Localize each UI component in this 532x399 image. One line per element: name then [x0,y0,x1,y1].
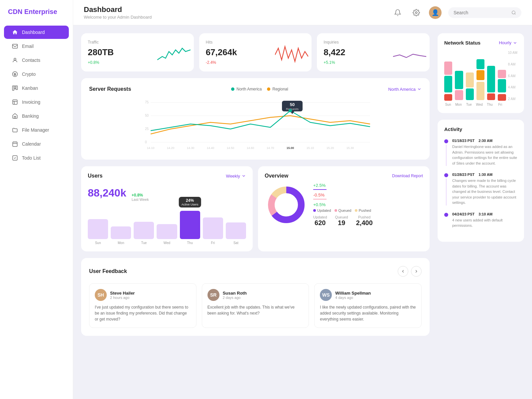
bar-label-sat: Sat [233,241,238,245]
main-content: Dashboard Welcome to your Admin Dashboar… [73,0,532,399]
feedback-name-1: Susan Roth [223,291,247,296]
bar-labels: Sun Mon Tue Wed Thu Fri Sat [88,241,246,245]
network-bar-wed [476,59,484,101]
feedback-user-0: SH Steve Hailer 2 hours ago [95,289,191,301]
svg-text:14.50: 14.50 [227,146,234,150]
search-icon [511,10,516,15]
sidebar-item-email[interactable]: Email [4,40,69,53]
network-filter-dropdown[interactable]: Hourly [499,40,517,45]
svg-text:15.20: 15.20 [327,146,334,150]
bar-wed [157,224,177,239]
bar-sat [226,222,246,239]
network-day-labels: Sun Mon Tue Wed Thu Fri [444,103,517,106]
kanban-icon [12,85,18,91]
users-card: Users Weekly 88,240k +0.8% Last Week [81,166,253,251]
activity-card: Activity 01/18/23 PST 2:30 AM Daniel Her… [438,120,524,242]
feedback-user-2: WS William Spellman 4 days ago [320,289,416,301]
bar-tooltip: 24% Active Users [179,197,201,207]
bar-label-wed: Wed [164,241,170,245]
overview-content: +2.5% -0.5% +0.5% Updated [265,183,423,227]
activity-text-1: Changes were made to the billing cycle d… [452,178,517,205]
feedback-text-1: Excellent job with the updates. This is … [207,304,304,316]
net-day-mon: Mon [455,103,462,106]
dashboard-right: Network Status Hourly [438,33,524,391]
sidebar-item-invoicing[interactable]: Invoicing [4,95,69,109]
sidebar-item-dashboard[interactable]: Dashboard [4,26,69,39]
feedback-avatar-2: WS [320,289,332,301]
contacts-icon [12,57,18,63]
donut-chart [265,183,308,226]
svg-rect-8 [13,142,17,147]
email-icon [12,43,18,49]
users-value: 88,240k [88,187,126,199]
time-label-4am: 4 AM [508,85,517,89]
sidebar-item-kanban[interactable]: Kanban [4,81,69,95]
bar-mon [111,226,131,239]
network-bar-mon [455,71,463,101]
time-label-8am: 8 AM [508,63,517,66]
dashboard-body: Traffic 280TB +0.8% Hits 67,264k -2.4% [73,25,532,399]
net-day-sun: Sun [444,103,452,106]
overview-legend: Updated Queued Pushed [313,208,423,212]
overview-change-2: -0.5% [313,193,423,198]
bar-label-mon: Mon [118,241,124,245]
net-day-wed: Wed [475,103,483,106]
activity-title: Activity [444,126,517,132]
notification-button[interactable] [392,7,404,19]
activity-item-0: 01/18/23 PST 2:30 AM Daniel Herringbone … [444,139,517,166]
legend-regional: Regional [267,87,288,91]
activity-dot-2 [444,213,448,217]
net-day-fri: Fri [496,103,504,106]
avatar[interactable]: 👤 [429,6,442,19]
activity-time-2: 3:10 AM [478,212,492,216]
gear-icon [413,9,420,16]
legend-updated: Updated [313,208,331,212]
search-input[interactable] [454,10,509,15]
net-day-thu: Thu [486,103,493,106]
users-change-label: Last Week [132,198,149,201]
download-report-button[interactable]: Download Report [392,174,423,178]
prev-arrow[interactable] [398,266,408,277]
sidebar-item-todo[interactable]: Todo List [4,151,69,165]
sidebar-item-file-manager[interactable]: File Manager [4,123,69,137]
svg-point-1 [14,58,16,60]
sidebar-item-crypto[interactable]: Crypto [4,67,69,81]
svg-rect-4 [14,86,16,89]
sidebar-item-banking[interactable]: Banking [4,109,69,123]
server-requests-title: Server Requests [89,86,131,92]
activity-text-2: 4 new users added with default permissio… [452,217,517,228]
sidebar-item-calendar[interactable]: Calendar [4,137,69,151]
overview-header: Overview Download Report [265,173,423,179]
todo-icon [12,155,18,161]
settings-button[interactable] [410,7,422,19]
server-requests-header: Server Requests North America Regional N… [89,86,422,92]
svg-text:15.30: 15.30 [346,146,354,150]
bottom-sections: Users Weekly 88,240k +0.8% Last Week [81,166,430,251]
activity-dot-1 [444,173,448,177]
feedback-time-1: 2 days ago [223,296,247,300]
svg-text:0: 0 [145,140,147,144]
next-arrow[interactable] [411,266,422,277]
feedback-header: User Feedback [89,266,422,277]
svg-rect-0 [13,44,18,48]
network-bar-sun [444,62,452,101]
users-dropdown[interactable]: Weekly [226,174,246,179]
svg-point-24 [289,109,292,112]
network-title: Network Status [444,40,480,46]
bar-sun [88,219,108,239]
server-requests-dropdown[interactable]: North America [388,87,422,92]
feedback-user-1: SR Susan Roth 2 days ago [207,289,304,301]
activity-time-1: 1:30 AM [478,173,492,177]
chevron-left-icon [401,269,405,274]
svg-text:14.70: 14.70 [267,146,274,150]
header-right: 👤 [392,6,521,19]
svg-text:75: 75 [145,100,149,104]
legend-dot-regional [267,87,270,91]
sidebar-item-contacts[interactable]: Contacts [4,54,69,67]
bar-label-sun: Sun [95,241,101,245]
svg-text:14.60: 14.60 [247,146,254,150]
bell-icon [394,9,401,16]
feedback-card-1: SR Susan Roth 2 days ago Excellent job w… [202,283,309,328]
activity-date-1: 01/28/23 PST [452,173,474,177]
folder-icon [12,127,18,133]
